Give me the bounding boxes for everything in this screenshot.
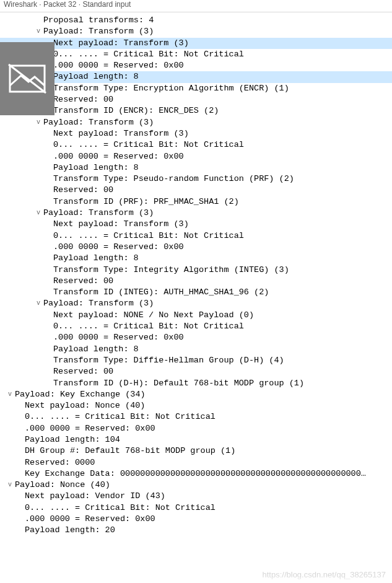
window-title: Wireshark · Packet 32 · Standard input <box>0 0 392 12</box>
tree-row-label: Payload length: 8 <box>53 344 139 355</box>
expand-toggle-icon[interactable]: v <box>35 208 42 219</box>
tree-row-label: DH Group #: Default 768-bit MODP group (… <box>25 445 235 457</box>
tree-row[interactable]: 0... .... = Critical Bit: Not Critical <box>0 321 392 332</box>
tree-row[interactable]: Transform ID (D-H): Default 768-bit MODP… <box>0 378 392 389</box>
tree-row-label: Key Exchange Data: 000000000000000000000… <box>25 468 366 480</box>
tree-row[interactable]: DH Group #: Default 768-bit MODP group (… <box>0 445 392 457</box>
tree-row-label: Payload: Key Exchange (34) <box>15 389 146 400</box>
tree-row[interactable]: Transform ID (ENCR): ENCR_DES (2) <box>0 105 392 116</box>
tree-row[interactable]: Payload length: 20 <box>0 525 392 536</box>
tree-row[interactable]: 0... .... = Critical Bit: Not Critical <box>0 411 392 423</box>
tree-row[interactable]: 0... .... = Critical Bit: Not Critical <box>0 139 392 151</box>
tree-row[interactable]: Reserved: 00 <box>0 94 392 105</box>
tree-row-label: Payload length: 8 <box>53 162 139 173</box>
tree-row[interactable]: Transform Type: Pseudo-random Function (… <box>0 173 392 185</box>
tree-row-label: Transform ID (PRF): PRF_HMAC_SHA1 (2) <box>53 196 239 208</box>
tree-row-label: Payload: Transform (3) <box>43 298 154 309</box>
broken-image-placeholder <box>0 42 54 115</box>
tree-row-label: Reserved: 00 <box>53 366 113 377</box>
tree-row-label: Reserved: 00 <box>53 276 113 287</box>
tree-row[interactable]: Reserved: 00 <box>0 366 392 377</box>
tree-row-label: 0... .... = Critical Bit: Not Critical <box>25 502 216 514</box>
tree-row[interactable]: Next payload: NONE / No Next Payload (0) <box>0 310 392 321</box>
tree-row[interactable]: Payload length: 8 <box>0 253 392 264</box>
tree-row-label: Payload: Nonce (40) <box>15 480 110 491</box>
expand-toggle-icon[interactable]: v <box>35 298 42 309</box>
tree-row[interactable]: Reserved: 0000 <box>0 457 392 468</box>
watermark-text: https://blog.csdn.net/qq_38265137 <box>263 570 386 579</box>
tree-row-label: Payload: Transform (3) <box>43 26 154 37</box>
broken-image-icon <box>7 63 47 94</box>
tree-row-expandable[interactable]: vPayload: Nonce (40) <box>0 480 392 491</box>
tree-row[interactable]: Transform ID (PRF): PRF_HMAC_SHA1 (2) <box>0 196 392 208</box>
tree-row[interactable]: .000 0000 = Reserved: 0x00 <box>0 514 392 525</box>
tree-row[interactable]: Transform Type: Encryption Algorithm (EN… <box>0 83 392 94</box>
tree-row-label: Proposal transforms: 4 <box>43 15 154 26</box>
tree-row-expandable[interactable]: vPayload: Transform (3) <box>0 117 392 128</box>
tree-row[interactable]: Reserved: 00 <box>0 276 392 287</box>
tree-row-label: Payload length: 8 <box>53 71 139 82</box>
expand-toggle-icon[interactable]: v <box>35 117 42 128</box>
tree-row[interactable]: Next payload: Nonce (40) <box>0 400 392 411</box>
expand-toggle-icon[interactable]: v <box>35 26 42 37</box>
tree-row-label: Reserved: 0000 <box>25 457 95 468</box>
tree-row-expandable[interactable]: vPayload: Key Exchange (34) <box>0 389 392 400</box>
bottom-fade <box>0 576 392 583</box>
tree-row[interactable]: 0... .... = Critical Bit: Not Critical <box>0 230 392 242</box>
expand-toggle-icon[interactable]: v <box>6 480 14 491</box>
tree-row-label: .000 0000 = Reserved: 0x00 <box>53 242 184 253</box>
tree-row-label: Payload length: 104 <box>25 434 120 445</box>
tree-row-label: Reserved: 00 <box>53 94 113 105</box>
tree-row[interactable]: Next payload: Vendor ID (43) <box>0 491 392 502</box>
tree-row[interactable]: Payload length: 8 <box>0 344 392 355</box>
tree-row-label: Payload: Transform (3) <box>43 117 154 128</box>
tree-row-label: Transform ID (INTEG): AUTH_HMAC_SHA1_96 … <box>53 287 269 298</box>
tree-row-label: 0... .... = Critical Bit: Not Critical <box>53 49 244 60</box>
tree-row[interactable]: Payload length: 104 <box>0 434 392 445</box>
tree-row[interactable]: Payload length: 8 <box>0 162 392 173</box>
tree-row-label: Payload: Transform (3) <box>43 208 154 219</box>
tree-row-label: Reserved: 00 <box>53 185 113 196</box>
tree-row[interactable]: Payload length: 8 <box>0 71 392 82</box>
tree-row-label: 0... .... = Critical Bit: Not Critical <box>53 321 244 332</box>
tree-row-label: 0... .... = Critical Bit: Not Critical <box>25 411 216 423</box>
tree-row-label: Transform Type: Pseudo-random Function (… <box>53 173 294 185</box>
packet-details-tree[interactable]: Proposal transforms: 4vPayload: Transfor… <box>0 12 392 537</box>
tree-row[interactable]: 0... .... = Critical Bit: Not Critical <box>0 502 392 514</box>
tree-row[interactable]: Proposal transforms: 4 <box>0 15 392 26</box>
tree-row-label: .000 0000 = Reserved: 0x00 <box>53 151 184 162</box>
tree-row[interactable]: Reserved: 00 <box>0 185 392 196</box>
tree-row[interactable]: .000 0000 = Reserved: 0x00 <box>0 332 392 343</box>
tree-row[interactable]: Transform Type: Integrity Algorithm (INT… <box>0 265 392 276</box>
tree-row[interactable]: Key Exchange Data: 000000000000000000000… <box>0 468 392 480</box>
tree-row[interactable]: Next payload: Transform (3) <box>0 128 392 139</box>
tree-row-expandable[interactable]: vPayload: Transform (3) <box>0 208 392 219</box>
tree-row-expandable[interactable]: vPayload: Transform (3) <box>0 26 392 37</box>
tree-row-label: Next payload: NONE / No Next Payload (0) <box>53 310 254 321</box>
tree-row-label: Payload length: 20 <box>25 525 115 536</box>
tree-row-label: Next payload: Transform (3) <box>53 128 189 139</box>
tree-row[interactable]: Next payload: Transform (3) <box>0 219 392 230</box>
tree-row[interactable]: Transform Type: Diffie-Hellman Group (D-… <box>0 355 392 366</box>
tree-row[interactable]: .000 0000 = Reserved: 0x00 <box>0 60 392 71</box>
tree-row-expandable[interactable]: vPayload: Transform (3) <box>0 298 392 309</box>
tree-row[interactable]: .000 0000 = Reserved: 0x00 <box>0 242 392 253</box>
tree-row-label: Payload length: 8 <box>53 253 139 264</box>
tree-row-label: Transform Type: Integrity Algorithm (INT… <box>53 265 289 276</box>
tree-row-label: Next payload: Nonce (40) <box>25 400 145 411</box>
expand-toggle-icon[interactable]: v <box>6 389 14 400</box>
tree-row-label: 0... .... = Critical Bit: Not Critical <box>53 139 244 151</box>
tree-row-label: .000 0000 = Reserved: 0x00 <box>53 60 184 71</box>
tree-row[interactable]: 0... .... = Critical Bit: Not Critical <box>0 49 392 60</box>
tree-row-label: Transform ID (ENCR): ENCR_DES (2) <box>53 105 219 116</box>
tree-row[interactable]: Next payload: Transform (3) <box>0 38 392 49</box>
tree-row-label: .000 0000 = Reserved: 0x00 <box>25 423 155 434</box>
tree-row[interactable]: Transform ID (INTEG): AUTH_HMAC_SHA1_96 … <box>0 287 392 298</box>
tree-row-label: 0... .... = Critical Bit: Not Critical <box>53 230 244 242</box>
tree-row-label: Transform ID (D-H): Default 768-bit MODP… <box>53 378 304 389</box>
tree-row-label: Next payload: Transform (3) <box>53 219 189 230</box>
tree-row-label: Transform Type: Encryption Algorithm (EN… <box>53 83 289 94</box>
tree-row[interactable]: .000 0000 = Reserved: 0x00 <box>0 151 392 162</box>
tree-row[interactable]: .000 0000 = Reserved: 0x00 <box>0 423 392 434</box>
tree-row-label: .000 0000 = Reserved: 0x00 <box>25 514 155 525</box>
